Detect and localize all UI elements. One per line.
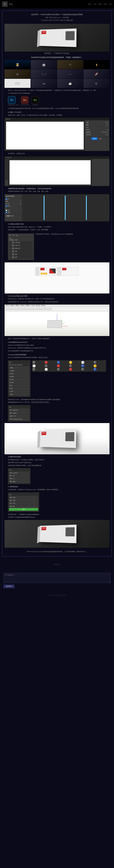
mat-ball[interactable] [81,364,84,368]
render-samp-val[interactable]: 256 [13,506,15,507]
ks-env-panel[interactable]: 环境 HDRI:Studio 3 旋转:45° 亮度:1.2 背景:颜色 [8,468,31,484]
mat-ball[interactable] [93,361,97,364]
guide-row-val[interactable]: 2 [6,207,6,209]
render-fmt-val[interactable]: PNG [13,503,15,504]
mat-ball[interactable] [93,364,97,368]
ps-guided-canvas[interactable] [24,196,108,220]
tree-item[interactable]: ▾ 包装盒 [9,369,30,372]
guide-mar-check[interactable]: 边距 [6,209,21,212]
mat-ball[interactable] [93,368,97,371]
render-w-val[interactable]: 2000 [13,497,15,498]
val-bg[interactable]: 透明 [106,134,108,136]
ps-canvas[interactable] [9,160,90,185]
mat-ball[interactable] [33,368,36,371]
layer-row[interactable]: 👁侧面 条码 [9,247,33,250]
mat-ball[interactable] [57,361,60,364]
mat-ball[interactable] [81,361,84,364]
create-button[interactable]: 创建 [91,137,98,140]
ps-layers-panel[interactable]: 图层 通道 路径 正常 不透明度: 100% 👁正面 品牌 👁正面 产品 👁侧面… [8,234,34,260]
su-menu-help[interactable]: 帮助(H) [41,305,45,306]
guide-preview-check[interactable]: 预览 [6,212,21,214]
mat-type-val[interactable]: 漫反射 [13,412,16,414]
blend-mode[interactable]: 正常 [9,238,11,239]
layer-row[interactable]: 👁正面 产品 [9,244,33,247]
val-res[interactable]: 300 [106,129,108,131]
close-button[interactable]: 关闭 [98,137,103,140]
submit-comment-button[interactable]: 提交评论 [3,585,14,588]
site-brand[interactable]: 作品 [9,3,13,5]
guide-ok[interactable]: 确定 [6,215,11,217]
env-rot-val[interactable]: 45° [13,475,15,476]
mat-name-val[interactable]: 纸张 白卡 [13,409,18,411]
visibility-icon[interactable]: 👁 [9,256,11,258]
guide-row-check[interactable]: 行数 [6,205,21,207]
layer-row[interactable]: 👁底部 [9,253,33,256]
tree-item[interactable]: 面 底 [9,387,30,390]
visibility-icon[interactable]: 👁 [9,245,11,246]
ps-panels[interactable] [92,159,109,186]
tree-item[interactable]: 面 顶 [9,384,30,387]
mat-ball[interactable] [33,364,36,368]
ks-tab-env[interactable]: 环境 [14,364,16,366]
mat-ball[interactable] [69,364,72,368]
su-toolbar[interactable] [5,307,109,312]
env-bg-val[interactable]: 颜色 [13,481,15,483]
nav-cat[interactable]: 分类 [93,3,96,5]
su-menu-draw[interactable]: 绘图(R) [26,305,30,306]
mat-ball[interactable] [81,368,84,371]
ks-tab-mat[interactable]: 材质 [12,364,14,366]
tab-channels[interactable]: 通道 [12,235,15,236]
mat-ball[interactable] [69,368,72,371]
env-hdri-val[interactable]: Studio 3 [13,472,18,473]
ks-material-panel[interactable]: 材质 名称:纸张 白卡 类型:漫反射 粗糙度0.15 纹理package_fla… [8,405,31,422]
guide-gut-val[interactable]: 20 [20,203,21,205]
mat-ball[interactable] [45,361,48,364]
ks-tab-cam[interactable]: 相机 [20,364,22,366]
render-h-val[interactable]: 1500 [13,500,15,501]
layers-tabs[interactable]: 图层 通道 路径 [9,235,33,237]
ks-tab-scene[interactable]: 场景 [9,364,11,366]
su-box-model[interactable] [47,320,62,328]
nav-archive[interactable]: 归档 [104,3,107,5]
su-menu-edit[interactable]: 编辑(E) [10,305,14,306]
mat-ball[interactable] [45,364,48,368]
mat-tex-val[interactable]: package_flat.png [13,418,22,420]
visibility-icon[interactable]: 👁 [9,242,11,243]
mat-ball[interactable] [33,361,36,364]
val-width[interactable]: 2000 [106,122,108,124]
nav-home[interactable]: 首页 [88,3,91,5]
tab-layers[interactable]: 图层 [9,235,11,236]
su-viewport[interactable] [5,312,109,336]
render-button[interactable]: 渲染 [9,508,38,511]
ps-menubar[interactable]: Photoshop [5,156,109,159]
ps-toolbar[interactable] [5,159,8,186]
su-menu-tools[interactable]: 工具(T) [31,305,35,306]
su-menubar[interactable]: 文件(F) 编辑(E) 视图(V) 相机(C) 绘图(R) 工具(T) 窗口(W… [5,305,109,307]
tree-item[interactable]: ▸ 相机 [9,393,30,396]
layer-row[interactable]: 👁背景 [9,256,33,259]
guide-col-check[interactable]: 列 [6,198,21,200]
su-menu-view[interactable]: 视图(V) [15,305,20,306]
su-menu-win[interactable]: 窗口(W) [36,305,40,306]
ks-material-library[interactable] [32,360,106,372]
tree-item[interactable]: ▾ 模型 [9,367,30,369]
guide-col-val[interactable]: 4 [20,200,21,203]
mat-ball[interactable] [57,368,60,371]
visibility-icon[interactable]: 👁 [9,251,11,252]
visibility-icon[interactable]: 👁 [9,254,11,255]
val-mode[interactable]: RGB颜色 8bit [101,131,108,133]
ks-scene-panel[interactable]: 场景 场景 材质 环境 照明 相机 ▾ 模型 ▾ 包装盒 面 正面 面 背面 面… [8,360,31,397]
layer-row[interactable]: 👁正面 品牌 [9,241,33,244]
site-logo[interactable]: 作 [2,1,8,7]
su-menu-file[interactable]: 文件(F) [5,305,9,306]
opacity-label[interactable]: 不透明度: 100% [9,239,18,241]
nav-tag[interactable]: 标签 [99,3,102,5]
val-height[interactable]: 1300 [106,124,108,126]
nav-about[interactable]: 关于 [109,3,112,5]
guide-cancel[interactable]: 取消 [11,215,14,216]
env-bright-val[interactable]: 1.2 [13,478,15,479]
su-menu-cam[interactable]: 相机(C) [21,305,25,306]
mat-rough-val[interactable]: 0.15 [14,415,16,416]
tree-item[interactable]: 面 背面 [9,375,30,378]
ks-tabs[interactable]: 场景 材质 环境 照明 相机 [9,364,30,366]
